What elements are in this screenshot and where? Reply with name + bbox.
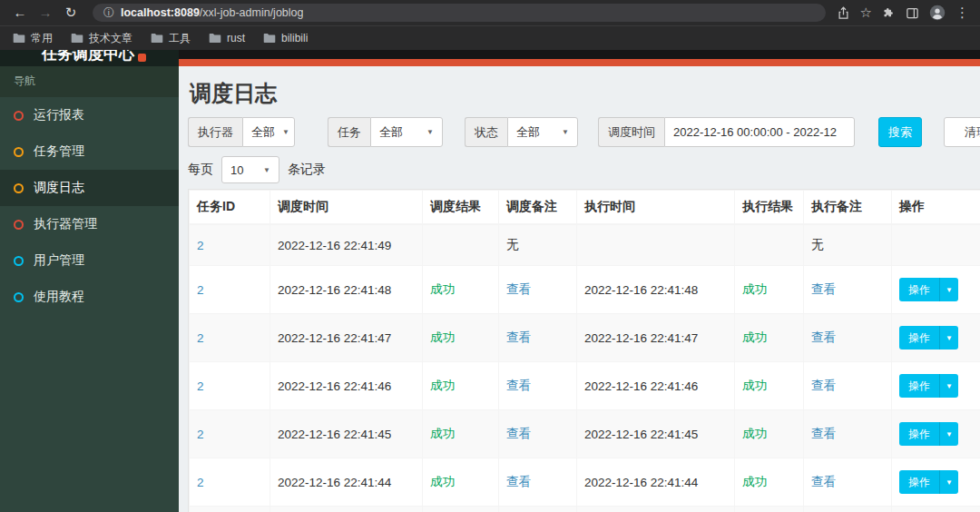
exec-remark-link[interactable]: 查看 xyxy=(811,427,836,440)
job-filter-label: 任务 xyxy=(328,117,370,147)
chevron-down-icon: ▼ xyxy=(562,128,569,136)
executor-select[interactable]: 全部 ▼ xyxy=(242,117,295,147)
exec-time-cell xyxy=(577,224,735,266)
action-button[interactable]: 操作▼ xyxy=(899,278,958,301)
exec-remark-link[interactable]: 查看 xyxy=(811,379,836,392)
action-button-label[interactable]: 操作 xyxy=(899,278,939,301)
action-button-label[interactable]: 操作 xyxy=(899,326,939,350)
app-logo-text: 任务调度中心 xyxy=(42,50,134,64)
schedule-time-input[interactable]: 2022-12-16 00:00:00 - 2022-12 xyxy=(664,117,855,147)
job-id-link[interactable]: 2 xyxy=(197,379,204,393)
app-logo[interactable]: 任务调度中心 xyxy=(0,50,179,66)
sidebar-nav-header: 导航 xyxy=(0,66,179,97)
exec-result-text: 成功 xyxy=(742,475,767,488)
browser-menu-icon[interactable]: ⋮ xyxy=(956,5,969,21)
back-icon[interactable]: ← xyxy=(9,0,31,25)
bookmark-folder[interactable]: rust xyxy=(209,32,245,44)
bookmark-folder[interactable]: 工具 xyxy=(151,31,191,46)
side-panel-icon[interactable] xyxy=(906,6,919,20)
action-button[interactable]: 操作▼ xyxy=(899,326,958,350)
sched-remark-link[interactable]: 查看 xyxy=(506,330,531,344)
job-select-value: 全部 xyxy=(379,124,403,141)
sched-remark-link[interactable]: 查看 xyxy=(506,475,531,488)
action-button[interactable]: 操作▼ xyxy=(899,470,958,494)
executor-select-value: 全部 xyxy=(251,124,275,141)
exec-remark-link[interactable]: 查看 xyxy=(811,330,836,344)
action-dropdown-caret-icon[interactable]: ▼ xyxy=(939,374,958,398)
table-row: 2 2022-12-16 22:41:46 成功 查看 2022-12-16 2… xyxy=(190,362,980,410)
reload-icon[interactable]: ↻ xyxy=(60,0,82,25)
sched-remark-text: 无 xyxy=(499,224,577,266)
extensions-icon[interactable] xyxy=(882,6,896,20)
action-cell xyxy=(892,224,980,266)
clear-button[interactable]: 清理 xyxy=(944,117,980,147)
status-select[interactable]: 全部 ▼ xyxy=(507,117,578,147)
action-button-label[interactable]: 操作 xyxy=(899,470,939,494)
search-button[interactable]: 搜索 xyxy=(878,117,922,147)
exec-remark-link[interactable]: 查看 xyxy=(811,475,836,488)
table-row: 2 2022-12-16 22:41:44 成功 查看 2022-12-16 2… xyxy=(190,458,980,507)
sched-time-cell: 2022-12-16 22:41:45 xyxy=(270,410,423,458)
bookmark-star-icon[interactable]: ☆ xyxy=(860,5,872,21)
col-header-sched-result: 调度结果 xyxy=(423,191,499,225)
folder-icon xyxy=(263,33,276,44)
action-button[interactable]: 操作▼ xyxy=(899,374,958,398)
log-table: 任务ID 调度时间 调度结果 调度备注 执行时间 执行结果 执行备注 操作 2 … xyxy=(189,190,980,512)
job-id-link[interactable]: 2 xyxy=(197,331,204,345)
status-filter: 状态 全部 ▼ xyxy=(465,117,578,147)
job-id-link[interactable]: 2 xyxy=(197,476,204,489)
page-size-prefix: 每页 xyxy=(188,162,213,178)
sched-remark-link[interactable]: 查看 xyxy=(506,282,531,296)
circle-icon xyxy=(14,220,24,230)
sidebar-item-help[interactable]: 使用教程 xyxy=(0,279,179,315)
circle-icon xyxy=(14,256,24,266)
url-text: localhost:8089/xxl-job-admin/joblog xyxy=(121,6,303,19)
page-size-row: 每页 10 ▼ 条记录 xyxy=(188,156,980,183)
action-button-label[interactable]: 操作 xyxy=(899,422,939,446)
sched-time-cell: 2022-12-16 22:41:48 xyxy=(270,266,423,314)
sched-remark-link[interactable]: 查看 xyxy=(506,379,531,392)
profile-avatar[interactable] xyxy=(929,5,946,21)
job-select[interactable]: 全部 ▼ xyxy=(370,117,443,147)
sidebar-item-job-log[interactable]: 调度日志 xyxy=(0,170,179,206)
action-dropdown-caret-icon[interactable]: ▼ xyxy=(939,422,958,446)
forward-icon[interactable]: → xyxy=(34,0,56,25)
sidebar-item-run-report[interactable]: 运行报表 xyxy=(0,97,179,133)
job-id-link[interactable]: 2 xyxy=(197,283,204,297)
job-id-link[interactable]: 2 xyxy=(197,428,204,441)
sidebar-item-job-manage[interactable]: 任务管理 xyxy=(0,133,179,170)
action-button-label[interactable]: 操作 xyxy=(899,374,939,398)
sched-result-text: 成功 xyxy=(430,475,455,488)
action-dropdown-caret-icon[interactable]: ▼ xyxy=(939,470,958,494)
exec-result-text: 成功 xyxy=(742,427,767,440)
sidebar-item-user-manage[interactable]: 用户管理 xyxy=(0,242,179,279)
exec-time-cell: 2022-12-16 22:41:46 xyxy=(577,362,735,410)
sidebar-item-label: 调度日志 xyxy=(34,180,84,196)
site-info-icon[interactable]: ⓘ xyxy=(103,5,114,21)
bookmark-label: 技术文章 xyxy=(89,31,132,46)
circle-icon xyxy=(14,292,24,302)
page-size-suffix: 条记录 xyxy=(288,162,326,178)
action-cell: 操作▼ xyxy=(892,362,980,410)
job-id-link[interactable]: 2 xyxy=(197,239,204,252)
sched-remark-link[interactable]: 查看 xyxy=(506,427,531,440)
share-icon[interactable] xyxy=(837,6,850,20)
action-dropdown-caret-icon[interactable]: ▼ xyxy=(939,278,958,301)
bookmark-folder[interactable]: bilibili xyxy=(263,32,308,44)
col-header-sched-time: 调度时间 xyxy=(270,191,423,225)
exec-remark-link[interactable]: 查看 xyxy=(811,282,836,296)
action-button[interactable]: 操作▼ xyxy=(899,422,958,446)
bookmark-folder[interactable]: 技术文章 xyxy=(71,31,132,46)
bookmark-folder[interactable]: 常用 xyxy=(13,31,53,46)
sidebar-item-executor-manage[interactable]: 执行器管理 xyxy=(0,206,179,242)
page-size-select[interactable]: 10 ▼ xyxy=(221,156,279,183)
folder-icon xyxy=(209,33,221,44)
action-dropdown-caret-icon[interactable]: ▼ xyxy=(939,326,958,350)
circle-icon xyxy=(14,111,24,121)
executor-filter-label: 执行器 xyxy=(188,117,242,147)
col-header-job-id: 任务ID xyxy=(190,191,270,225)
action-cell: 操作▼ xyxy=(892,314,980,362)
address-bar[interactable]: ⓘ localhost:8089/xxl-job-admin/joblog xyxy=(93,4,826,22)
col-header-exec-time: 执行时间 xyxy=(577,191,735,225)
exec-result-text: 成功 xyxy=(742,379,767,392)
